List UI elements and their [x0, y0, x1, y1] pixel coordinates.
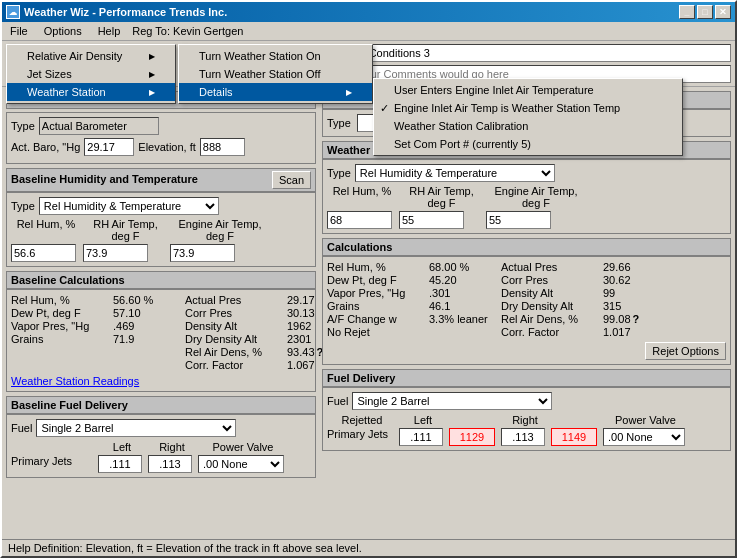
calc-empty4	[113, 359, 183, 371]
r-calc-corr-pres-val: 30.62	[603, 274, 663, 286]
details-engine-inlet-temp[interactable]: Engine Inlet Air Temp is Weather Station…	[374, 99, 682, 117]
r-question-mark-icon[interactable]: ?	[633, 313, 640, 325]
menu-bar: File Options Help Reg To: Kevin Gertgen	[2, 22, 735, 41]
close-button[interactable]: ✕	[715, 5, 731, 19]
weather-station-submenu: Turn Weather Station On Turn Weather Sta…	[178, 44, 373, 104]
options-weather-station[interactable]: Weather Station	[7, 83, 175, 101]
act-baro-label: Act. Baro, "Hg	[11, 141, 80, 153]
r-calc-af-change-label: A/F Change w	[327, 313, 427, 325]
menu-file[interactable]: File	[2, 23, 36, 39]
right-calc-header: Calculations	[327, 241, 392, 253]
ws-rh-air-temp-col: RH Air Temp, deg F	[399, 185, 484, 209]
options-relative-density[interactable]: Relative Air Density	[7, 47, 175, 65]
calc-corr-factor-label: Corr. Factor	[185, 359, 285, 371]
r-calc-rel-air-dens-val: 99.08	[603, 313, 631, 325]
right-left-jet-rejet-input[interactable]	[449, 428, 495, 446]
right-calc-section: Calculations Rel Hum, % 68.00 % Actual P…	[322, 238, 731, 365]
r-calc-dew-pt-label: Dew Pt, deg F	[327, 274, 427, 286]
elevation-input[interactable]	[200, 138, 245, 156]
right-jets-right-header: Right	[501, 414, 549, 426]
weather-station-readings-link[interactable]: Weather Station Readings	[11, 375, 139, 387]
r-calc-no-rejet-label: No Rejet	[327, 326, 427, 338]
file-input[interactable]	[320, 44, 731, 62]
left-jet-input[interactable]	[98, 455, 142, 473]
calc-empty1	[11, 346, 111, 358]
baseline-calc-header: Baseline Calculations	[11, 274, 125, 286]
act-baro-input[interactable]	[84, 138, 134, 156]
humidity-type-label: Type	[11, 200, 35, 212]
calc-density-alt-label: Density Alt	[185, 320, 285, 332]
ws-rh-air-temp-input[interactable]	[399, 211, 464, 229]
ws-engine-air-temp-input[interactable]	[486, 211, 551, 229]
menu-help[interactable]: Help	[90, 23, 129, 39]
right-primary-jets-label: Primary Jets	[327, 428, 397, 446]
calc-vapor-pres-val: .469	[113, 320, 183, 332]
calc-rel-air-dens-label: Rel Air Dens, %	[185, 346, 285, 358]
calc-rel-hum-val: 56.60 %	[113, 294, 183, 306]
right-power-valve-select[interactable]: .00 None	[603, 428, 685, 446]
r-calc-actual-pres-val: 29.66	[603, 261, 663, 273]
baseline-fuel-section: Baseline Fuel Delivery Fuel Single 2 Bar…	[6, 396, 316, 478]
rh-air-temp-input[interactable]	[83, 244, 148, 262]
ws-type-select[interactable]: Rel Humidity & Temperature	[355, 164, 555, 182]
r-calc-dry-density-label: Dry Density Alt	[501, 300, 601, 312]
r-calc-vapor-pres-val: .301	[429, 287, 499, 299]
r-calc-rel-hum-val: 68.00 %	[429, 261, 499, 273]
details-calibration[interactable]: Weather Station Calibration	[374, 117, 682, 135]
ws-rel-hum-input[interactable]	[327, 211, 392, 229]
options-dropdown: Relative Air Density Jet Sizes Weather S…	[6, 44, 176, 104]
jets-pv-header: Power Valve	[198, 441, 288, 453]
r-calc-rel-hum-label: Rel Hum, %	[327, 261, 427, 273]
right-left-jet-input[interactable]	[399, 428, 443, 446]
r-calc-vapor-pres-label: Vapor Pres, "Hg	[327, 287, 427, 299]
right-right-jet-input[interactable]	[501, 428, 545, 446]
type-label: Type	[11, 120, 35, 132]
ws-details[interactable]: Details	[179, 83, 372, 101]
right-right-jet-rejet-input[interactable]	[551, 428, 597, 446]
rejet-options-button[interactable]: Rejet Options	[645, 342, 726, 360]
app-icon: ☁	[6, 5, 20, 19]
calc-rel-hum-label: Rel Hum, %	[11, 294, 111, 306]
calc-vapor-pres-label: Vapor Pres, "Hg	[11, 320, 111, 332]
rejetted-col: Rejetted	[327, 414, 397, 426]
calc-rel-air-dens-val: 93.43	[287, 346, 315, 358]
right-jets-left-header: Left	[399, 414, 447, 426]
details-com-port[interactable]: Set Com Port # (currently 5)	[374, 135, 682, 153]
type-input[interactable]	[39, 117, 159, 135]
fuel-select[interactable]: Single 2 Barrel	[36, 419, 236, 437]
calc-dew-pt-val: 57.10	[113, 307, 183, 319]
engine-air-temp-col-header: Engine Air Temp, deg F	[170, 218, 270, 242]
left-panel: Baseline Type Act. Baro, "Hg Elevation, …	[6, 91, 316, 535]
primary-jets-label: Primary Jets	[11, 455, 96, 473]
engine-air-temp-input[interactable]	[170, 244, 235, 262]
scan-button[interactable]: Scan	[272, 171, 311, 189]
fuel-label: Fuel	[11, 422, 32, 434]
right-fuel-select[interactable]: Single 2 Barrel	[352, 392, 552, 410]
ws-turn-on[interactable]: Turn Weather Station On	[179, 47, 372, 65]
menu-options[interactable]: Options	[36, 23, 90, 39]
right-jet-input[interactable]	[148, 455, 192, 473]
details-user-enters[interactable]: User Enters Engine Inlet Air Temperature	[374, 81, 682, 99]
right-fuel-section: Fuel Delivery Fuel Single 2 Barrel Rejet…	[322, 369, 731, 451]
humidity-type-select[interactable]: Rel Humidity & Temperature	[39, 197, 219, 215]
power-valve-select[interactable]: .00 None	[198, 455, 284, 473]
ws-turn-off[interactable]: Turn Weather Station Off	[179, 65, 372, 83]
jets-right-header: Right	[148, 441, 196, 453]
options-jet-sizes[interactable]: Jet Sizes	[7, 65, 175, 83]
r-calc-corr-pres-label: Corr Pres	[501, 274, 601, 286]
r-calc-af-change-val: 3.3% leaner	[429, 313, 499, 325]
r-calc-corr-factor-val: 1.017	[603, 326, 663, 338]
r-calc-grains-val: 46.1	[429, 300, 499, 312]
rel-hum-input[interactable]	[11, 244, 76, 262]
calc-dry-density-label: Dry Density Alt	[185, 333, 285, 345]
rel-hum-col-header: Rel Hum, %	[11, 218, 81, 242]
ws-rel-hum-col: Rel Hum, %	[327, 185, 397, 209]
ws-type-label: Type	[327, 167, 351, 179]
r-calc-dry-density-val: 315	[603, 300, 663, 312]
r-calc-density-alt-label: Density Alt	[501, 287, 601, 299]
main-window: ☁ Weather Wiz - Performance Trends Inc. …	[0, 0, 737, 558]
maximize-button[interactable]: □	[697, 5, 713, 19]
right-fuel-header: Fuel Delivery	[327, 372, 395, 384]
minimize-button[interactable]: _	[679, 5, 695, 19]
status-text: Help Definition: Elevation, ft = Elevati…	[8, 542, 362, 554]
